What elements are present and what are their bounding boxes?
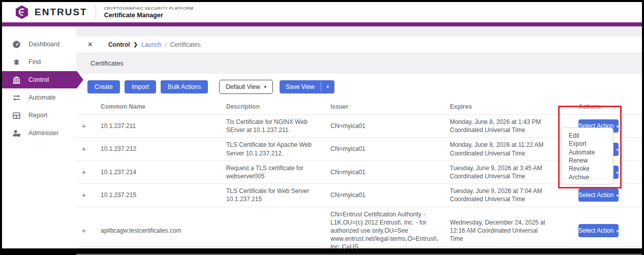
sidebar-item-control[interactable]: Control <box>2 71 83 88</box>
save-view-caret[interactable]: ▾ <box>321 80 335 93</box>
create-button[interactable]: Create <box>87 80 120 93</box>
control-bank-icon <box>12 76 21 84</box>
automate-arrows-icon <box>12 93 21 102</box>
certificates-card: Create Import Bulk Actions Default View … <box>76 74 642 246</box>
table-header-row: Common Name Description Issuer Expires A… <box>76 99 642 115</box>
cell-expires: Tuesday, June 9, 2026 at 3:45 AM Coordin… <box>450 161 559 183</box>
breadcrumb-link-launch[interactable]: Launch <box>141 41 161 48</box>
cell-common-name: 10.1.237.215 <box>101 184 226 207</box>
main-content: ✕ Control ❯ Launch / Certificates Certif… <box>76 26 642 248</box>
cell-issuer: CN=myica01 <box>330 138 450 161</box>
expand-column-header <box>76 99 101 115</box>
table-row: + 10.1.237.211 Tls Certificate for NGINX… <box>76 115 642 138</box>
sidebar-item-label: Dashboard <box>28 41 59 48</box>
menu-item-export[interactable]: Export <box>562 140 613 148</box>
cell-issuer: CN=myica01 <box>330 115 450 138</box>
select-action-label: Select Action <box>578 227 614 234</box>
caret-down-icon: ▾ <box>327 85 329 89</box>
cell-common-name: apilbcagw.testcertificates.com <box>101 207 226 254</box>
col-issuer[interactable]: Issuer <box>330 99 450 115</box>
select-action-button[interactable]: Select Action▾ <box>578 224 619 237</box>
save-view-label[interactable]: Save View <box>280 80 320 93</box>
cell-description: TLS Certificate for Web Server 10.1.237.… <box>226 184 330 207</box>
sidebar-item-dashboard[interactable]: Dashboard <box>2 36 76 53</box>
administer-user-shield-icon <box>12 129 21 138</box>
select-action-label: Select Action <box>578 192 614 199</box>
expand-row-icon[interactable]: + <box>76 115 101 138</box>
menu-item-automate[interactable]: Automate <box>562 148 613 156</box>
toolbar: Create Import Bulk Actions Default View … <box>76 74 642 99</box>
caret-down-icon: ▾ <box>616 229 619 234</box>
report-table-icon <box>12 111 21 120</box>
cell-common-name: 10.1.237.211 <box>101 115 226 138</box>
sidebar-item-administer[interactable]: Administer <box>2 124 76 142</box>
menu-item-revoke[interactable]: Revoke <box>562 165 613 173</box>
cell-expires: Monday, June 8, 2026 at 11:22 AM Coordin… <box>450 138 559 161</box>
expand-row-icon[interactable]: + <box>76 161 101 183</box>
page-title: Certificates <box>76 52 642 74</box>
caret-down-icon: ▾ <box>616 124 619 129</box>
app-window: ENTRUST CRYPTOGRAPHIC SECURITY PLATFORM … <box>2 2 642 248</box>
caret-down-icon: ▾ <box>264 85 267 89</box>
cell-description <box>226 207 330 254</box>
dashboard-icon <box>12 40 21 49</box>
table-row: + 10.1.237.214 Request a TLS certificate… <box>76 161 642 183</box>
sidebar-item-label: Administer <box>28 130 58 137</box>
col-actions: Actions <box>559 99 642 115</box>
sidebar-item-label: Automate <box>28 94 56 101</box>
cell-description: TLS Certificate for Apache Web Server 10… <box>226 138 330 161</box>
table-row: + 10.1.237.212 TLS Certificate for Apach… <box>76 138 642 161</box>
sidebar-item-label: Report <box>28 112 48 119</box>
col-expires[interactable]: Expires <box>450 99 559 115</box>
default-view-label: Default View <box>226 83 260 90</box>
sidebar: Dashboard Find <box>2 26 76 248</box>
sidebar-item-find[interactable]: Find <box>2 53 76 71</box>
sidebar-item-automate[interactable]: Automate <box>2 89 76 106</box>
cell-issuer: CN=myica01 <box>330 184 450 207</box>
default-view-dropdown[interactable]: Default View ▾ <box>219 80 273 94</box>
platform-label: CRYPTOGRAPHIC SECURITY PLATFORM <box>104 6 194 11</box>
cell-issuer: CN=myica01 <box>330 161 450 183</box>
cell-description: Tls Certificate for NGINX Web SErver at … <box>226 115 330 138</box>
breadcrumb: ✕ Control ❯ Launch / Certificates <box>76 37 642 52</box>
import-button[interactable]: Import <box>125 80 156 93</box>
caret-down-icon: ▾ <box>616 193 619 198</box>
save-view-split-button[interactable]: Save View ▾ <box>280 80 334 93</box>
col-common-name[interactable]: Common Name <box>101 99 226 115</box>
bulk-actions-button[interactable]: Bulk Actions <box>161 80 208 93</box>
product-block: CRYPTOGRAPHIC SECURITY PLATFORM Certific… <box>104 6 194 19</box>
menu-item-edit[interactable]: Edit <box>562 132 613 140</box>
entrust-logo-icon <box>14 5 29 20</box>
caret-down-icon: ▾ <box>616 147 619 152</box>
certificates-table: Common Name Description Issuer Expires A… <box>76 99 642 255</box>
app-header: ENTRUST CRYPTOGRAPHIC SECURITY PLATFORM … <box>2 2 642 22</box>
menu-item-renew[interactable]: Renew <box>562 156 613 165</box>
product-title: Certificate Manager <box>104 12 194 19</box>
find-chip-icon <box>12 58 21 67</box>
cell-description: Request a TLS certificate for webserver0… <box>226 161 330 183</box>
breadcrumb-section: Control <box>108 41 130 48</box>
close-icon[interactable]: ✕ <box>87 41 93 48</box>
cell-expires: Monday, June 8, 2026 at 1:43 PM Coordina… <box>450 115 559 138</box>
cell-common-name: 10.1.237.212 <box>101 138 226 161</box>
sidebar-item-report[interactable]: Report <box>2 107 76 124</box>
caret-down-icon: ▾ <box>616 170 619 175</box>
col-description[interactable]: Description <box>226 99 330 115</box>
select-action-button[interactable]: Select Action▾ <box>578 188 619 202</box>
breadcrumb-current: Certificates <box>170 41 201 48</box>
table-row: + 10.1.237.215 TLS Certificate for Web S… <box>76 184 642 207</box>
expand-row-icon[interactable]: + <box>76 138 101 161</box>
sidebar-item-label: Find <box>28 58 41 66</box>
brand-wordmark: ENTRUST <box>35 7 87 18</box>
screenshot-frame: ENTRUST CRYPTOGRAPHIC SECURITY PLATFORM … <box>0 0 644 255</box>
header-divider <box>96 6 96 19</box>
sidebar-item-label: Control <box>28 76 49 83</box>
expand-row-icon[interactable]: + <box>76 207 101 254</box>
expand-row-icon[interactable]: + <box>76 184 101 207</box>
table-row: + apilbcagw.testcertificates.com CN=Entr… <box>76 207 642 254</box>
menu-item-archive[interactable]: Archive <box>562 173 613 181</box>
cell-issuer: CN=Entrust Certification Authority - L1K… <box>330 207 450 254</box>
cell-common-name: 10.1.237.214 <box>101 161 226 183</box>
breadcrumb-separator: / <box>165 41 166 48</box>
cell-expires: Wednesday, December 24, 2025 at 12:16 AM… <box>450 207 559 254</box>
